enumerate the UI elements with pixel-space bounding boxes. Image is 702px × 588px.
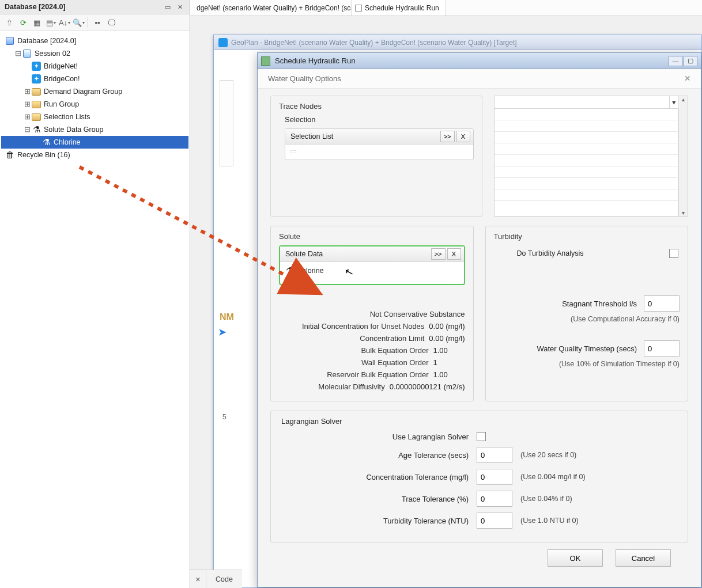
use-lagrangian-checkbox[interactable] [477,432,486,441]
tree-session[interactable]: ⊟Session 02 [1,47,188,60]
cursor-icon: ↖ [343,264,354,279]
table-row[interactable] [495,120,678,132]
run-icon [355,5,362,12]
concentration-tolerance-input[interactable] [477,469,512,485]
solute-value: Chlorine [297,267,324,275]
arrow-icon: ➤ [218,327,226,337]
tree-demand-group[interactable]: ⊞Demand Diagram Group [1,85,188,98]
database-title: Database [2024.0] [5,3,161,11]
code-tab-bar: × Code [190,570,242,588]
ok-button[interactable]: OK [548,549,603,567]
tree-recycle-bin[interactable]: 🗑Recycle Bin (16) [1,149,188,161]
grid-icon[interactable]: ▦ [31,17,43,28]
flask-icon: ⚗ [31,124,41,135]
wq-timestep-label: Water Quality Timestep (secs) [537,344,637,353]
tree-solute-group[interactable]: ⊟⚗Solute Data Group [1,123,188,136]
minimize-button[interactable]: — [669,56,682,66]
stagnant-hint: (Use Computational Accuracy if 0) [494,315,680,323]
concentration-tolerance-label: Concentration Tolerance (mg/l) [281,473,469,481]
solute-clear-button[interactable]: X [447,248,461,260]
dialog-buttons: OK Cancel [270,543,688,570]
nav-up-icon[interactable]: ⇧ [3,17,15,28]
trace-combo[interactable]: ▾ [495,96,688,109]
tab-schedule-run[interactable]: Schedule Hydraulic Run [352,0,446,16]
tree-run-group[interactable]: ⊞Run Group [1,98,188,111]
collapse-icon[interactable]: ⊟ [23,123,31,136]
scrollbar[interactable]: ▴▾ [678,96,688,216]
table-row[interactable] [495,109,678,120]
solute-group: Solute Solute Data >> X ⚗ [270,226,474,401]
table-row[interactable] [495,166,678,178]
close-tab-icon[interactable]: × [190,570,206,588]
maximize-button[interactable]: ▢ [684,56,697,66]
solute-data-label: Solute Data [283,250,429,258]
scroll-down-icon: ▾ [682,210,685,216]
group-label: Solute [279,232,465,241]
turbidity-tolerance-label: Turbidity Tolerance (NTU) [281,517,469,525]
expand-icon[interactable]: ⊞ [23,98,31,111]
solute-data-dropzone[interactable]: Solute Data >> X ⚗ Chlorine ↖ [279,245,465,285]
solute-expand-button[interactable]: >> [431,248,446,260]
selection-clear-button[interactable]: X [456,131,470,142]
stagnant-threshold-label: Stagnant Threshold l/s [562,299,637,308]
selection-label: Selection [285,115,315,124]
geoplan-scale: 5 [222,413,227,421]
stagnant-threshold-input[interactable] [644,295,680,312]
flask-icon: ⚗ [41,137,51,147]
group-label: Trace Nodes [279,102,474,111]
trace-nodes-group: Trace Nodes Selection Selection List >> … [270,96,482,217]
do-turbidity-checkbox[interactable] [669,249,678,258]
link-icon[interactable]: ▪▪ [92,17,103,28]
close-icon[interactable]: × [684,73,690,85]
trace-nodes-grid[interactable]: ▾ ▴▾ [494,96,689,217]
cancel-button[interactable]: Cancel [616,549,671,567]
app-root: Database [2024.0] ▭ ✕ ⇧ ⟳ ▦ ▤▾ A↓▾ 🔍▾ ▪▪… [0,0,702,588]
tree-bridgenet[interactable]: ✦BridgeNet! [1,60,188,73]
document-tabs: dgeNet! (scenario Water Quality) + Bridg… [190,0,702,16]
refresh-icon[interactable]: ⟳ [17,17,29,28]
panel-close-icon[interactable]: ✕ [175,2,185,12]
dialog-subheader: Water Quality Options × [258,69,701,89]
trace-tolerance-input[interactable] [477,491,512,507]
expand-icon[interactable]: ⊞ [23,111,31,123]
schedule-run-dialog: Schedule Hydraulic Run — ▢ Water Quality… [257,52,701,587]
sort-icon[interactable]: A↓▾ [59,17,70,28]
tree-root[interactable]: Database [2024.0] [1,35,188,47]
app-icon [218,38,228,47]
table-row[interactable] [495,178,678,189]
selection-list-box: Selection List >> X ▭ [285,128,474,160]
tree-selection-lists[interactable]: ⊞Selection Lists [1,111,188,123]
lagrangian-group: Lagrangian Solver Use Lagrangian Solver … [270,411,688,543]
table-row[interactable] [495,143,678,155]
geoplan-titlebar: GeoPlan - BridgeNet! (scenario Water Qua… [214,35,701,50]
turbidity-tolerance-input[interactable] [477,513,512,529]
age-tolerance-input[interactable] [477,447,512,463]
search-icon[interactable]: 🔍▾ [73,17,84,28]
collapse-icon[interactable]: ⊟ [14,47,22,60]
tab-geoplan[interactable]: dgeNet! (scenario Water Quality) + Bridg… [190,0,352,16]
wq-timestep-input[interactable] [644,340,680,356]
geoplan-tool-palette[interactable] [220,80,233,166]
use-lagrangian-label: Use Lagrangian Solver [281,433,469,441]
selection-expand-button[interactable]: >> [440,131,455,142]
table-row[interactable] [495,189,678,201]
dialog-titlebar[interactable]: Schedule Hydraulic Run — ▢ [258,53,701,69]
database-tree[interactable]: Database [2024.0] ⊟Session 02 ✦BridgeNet… [0,31,190,588]
add-db-icon[interactable]: ▤▾ [45,17,56,28]
tree-chlorine[interactable]: ⚗Chlorine [1,136,188,149]
dialog-icon [261,56,270,66]
group-label: Turbidity [494,232,680,241]
timestep-hint: (Use 10% of Simulation Timestep if 0) [494,360,680,368]
database-toolbar: ⇧ ⟳ ▦ ▤▾ A↓▾ 🔍▾ ▪▪ 🖵 [0,14,190,31]
geoplan-window: GeoPlan - BridgeNet! (scenario Water Qua… [213,35,702,588]
tree-bridgecon[interactable]: ✦BridgeCon! [1,73,188,85]
selection-list-content[interactable]: ▭ [285,145,473,160]
do-turbidity-label: Do Turbidity Analysis [517,249,584,257]
panel-pin-icon[interactable]: ▭ [163,2,173,12]
table-row[interactable] [495,132,678,143]
chevron-down-icon[interactable]: ▾ [669,96,678,108]
code-tab-label[interactable]: Code [206,575,242,583]
screen-icon[interactable]: 🖵 [105,17,117,28]
table-row[interactable] [495,155,678,166]
expand-icon[interactable]: ⊞ [23,85,31,98]
